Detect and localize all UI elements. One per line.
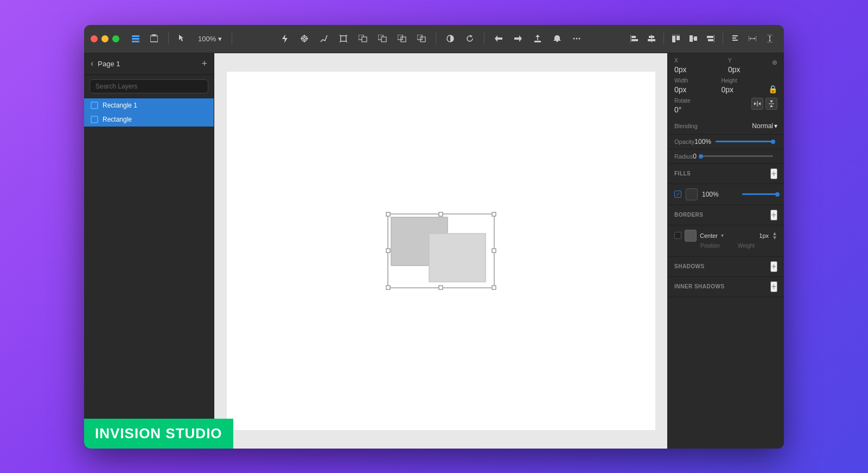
svg-rect-4	[152, 35, 156, 36]
handle-bm[interactable]	[439, 285, 443, 289]
radius-thumb[interactable]	[699, 154, 703, 159]
handle-br[interactable]	[492, 285, 496, 289]
back-button[interactable]: ‹	[91, 59, 93, 68]
width-label: Width	[674, 78, 717, 84]
refresh-icon[interactable]	[462, 31, 477, 46]
flip-horizontal-button[interactable]	[751, 98, 763, 110]
spacing-h-icon[interactable]	[745, 31, 760, 46]
handle-bl[interactable]	[386, 285, 390, 289]
svg-marker-68	[758, 102, 761, 105]
notify-icon[interactable]	[550, 31, 565, 46]
layer-icon-rectangle	[91, 116, 98, 123]
shadows-add-button[interactable]: +	[770, 261, 777, 272]
svg-rect-42	[649, 36, 654, 38]
select-tool[interactable]	[175, 31, 190, 46]
pen-icon[interactable]	[316, 31, 331, 46]
border-labels: Position Weight	[674, 242, 777, 252]
minimize-button[interactable]	[101, 35, 108, 42]
blending-row: Blending Normal ▾	[668, 118, 784, 135]
svg-rect-49	[694, 36, 697, 41]
layers-icon[interactable]	[128, 31, 143, 46]
combine-icon[interactable]	[355, 31, 371, 46]
rotate-value: 0°	[674, 105, 681, 114]
blending-arrow: ▾	[774, 122, 777, 130]
fill-slider-thumb[interactable]	[775, 192, 780, 197]
opacity-slider[interactable]	[716, 141, 773, 142]
radius-slider[interactable]	[701, 155, 773, 157]
svg-rect-46	[676, 36, 680, 40]
layer-item-rectangle[interactable]: Rectangle	[84, 112, 214, 127]
maximize-button[interactable]	[112, 35, 119, 42]
flip-vertical-button[interactable]	[765, 98, 777, 110]
handle-tm[interactable]	[439, 212, 443, 216]
export-icon[interactable]	[530, 31, 545, 46]
svg-marker-7	[282, 34, 288, 43]
svg-marker-70	[770, 100, 773, 103]
handle-tr[interactable]	[492, 212, 496, 216]
inner-shadows-add-button[interactable]: +	[770, 281, 777, 292]
border-weight-stepper[interactable]: ▲ ▼	[772, 231, 777, 240]
align-middle-icon[interactable]	[686, 31, 701, 46]
intersect-icon[interactable]	[394, 31, 410, 46]
x-label: X	[674, 58, 724, 64]
svg-line-17	[340, 41, 341, 42]
layer-item-rectangle1[interactable]: Rectangle 1	[84, 98, 214, 112]
handle-tl[interactable]	[386, 212, 390, 216]
lock-dimensions-icon[interactable]: 🔒	[768, 85, 777, 93]
border-checkbox[interactable]	[674, 232, 681, 239]
delete-icon[interactable]	[146, 31, 162, 46]
separator-6	[723, 33, 723, 45]
opacity-row: Opacity 100%	[668, 135, 784, 149]
spacing-v-icon[interactable]	[762, 31, 777, 46]
forward-history-icon[interactable]	[510, 31, 526, 46]
mask-icon[interactable]	[443, 31, 458, 46]
sidebar-header: ‹ Page 1 +	[84, 53, 214, 75]
opacity-label: Opacity	[674, 138, 694, 145]
fill-opacity-value: 100%	[702, 191, 738, 198]
blending-dropdown[interactable]: Normal ▾	[752, 122, 777, 130]
target-crosshair-icon[interactable]: ⊕	[772, 59, 777, 66]
align-top-icon[interactable]	[668, 31, 684, 46]
text-align-icon[interactable]	[727, 31, 743, 46]
border-position-arrow[interactable]: ▾	[721, 232, 724, 238]
layers-list: Rectangle 1 Rectangle	[84, 98, 214, 449]
y-value: 0px	[728, 65, 741, 74]
fills-add-button[interactable]: +	[770, 168, 777, 179]
zoom-control[interactable]: 100% ▾	[195, 35, 225, 43]
target-icon[interactable]	[297, 31, 312, 46]
canvas-area[interactable]	[214, 53, 667, 449]
sidebar-nav: ‹ Page 1	[91, 59, 120, 68]
handle-ml[interactable]	[386, 249, 390, 253]
fill-item: ✓ 100%	[674, 188, 777, 200]
border-weight-value: 1px	[759, 232, 769, 239]
fill-slider[interactable]	[742, 193, 778, 195]
close-button[interactable]	[91, 35, 98, 42]
more-icon[interactable]	[569, 31, 584, 46]
search-input[interactable]	[90, 79, 208, 93]
fills-content: ✓ 100%	[668, 184, 784, 205]
add-page-button[interactable]: +	[201, 59, 207, 68]
svg-point-35	[573, 38, 575, 40]
fill-checkbox[interactable]: ✓	[674, 191, 681, 198]
svg-point-9	[303, 37, 305, 40]
border-color-swatch[interactable]	[685, 230, 697, 242]
back-history-icon[interactable]	[491, 31, 506, 46]
fill-color-swatch[interactable]	[686, 188, 698, 200]
subtract-icon[interactable]	[375, 31, 390, 46]
radius-label: Radius	[674, 153, 693, 160]
diff-icon[interactable]	[414, 31, 429, 46]
svg-marker-71	[770, 105, 773, 107]
borders-add-button[interactable]: +	[770, 210, 777, 220]
position-props: ⊕ X 0px Y 0px Width 0px	[668, 53, 784, 118]
align-center-icon[interactable]	[644, 31, 659, 46]
svg-rect-20	[362, 37, 367, 42]
transform-icon[interactable]	[336, 31, 351, 46]
zoom-value: 100%	[198, 35, 216, 43]
svg-rect-45	[672, 36, 675, 42]
handle-mr[interactable]	[492, 249, 496, 253]
align-left-icon[interactable]	[627, 31, 642, 46]
opacity-thumb[interactable]	[771, 140, 775, 144]
align-right-end-icon[interactable]	[703, 31, 718, 46]
height-group: Height 0px	[722, 78, 764, 94]
lightning-icon[interactable]	[277, 31, 292, 46]
